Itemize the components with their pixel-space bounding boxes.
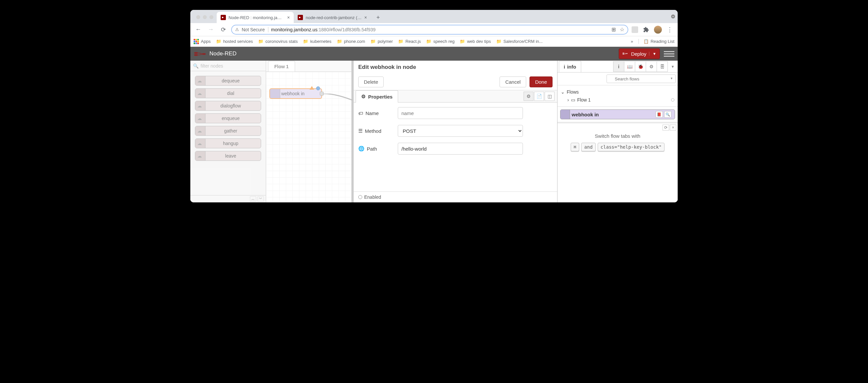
palette-node[interactable]: ☁dequeue: [195, 76, 261, 86]
canvas-node-label: webhook in: [281, 91, 305, 96]
svg-rect-1: [194, 52, 198, 54]
tab-close-icon[interactable]: ×: [287, 15, 290, 20]
flow-tab-icon: ▭: [571, 97, 575, 102]
canvas-node-webhook-in[interactable]: webhook in: [269, 88, 322, 99]
deploy-button[interactable]: Deploy ▼: [619, 49, 660, 59]
tree-flow-item[interactable]: › ▭ Flow 1: [561, 96, 674, 104]
tab-close-icon[interactable]: ×: [364, 15, 367, 20]
node-settings-icon[interactable]: ⚙: [524, 92, 533, 101]
folder-icon: 📁: [496, 39, 501, 44]
node-icon: ☁: [197, 91, 202, 96]
app-title: Node-RED: [210, 51, 237, 57]
browser-tab-active[interactable]: Node-RED : monitoring.jambon ×: [217, 12, 294, 23]
editor-tabs: ⚙ Properties ⚙ 📄 ◫: [354, 90, 557, 102]
nodered-logo: Node-RED: [194, 51, 237, 57]
node-appearance-icon[interactable]: ◫: [545, 92, 555, 101]
install-app-icon[interactable]: ⊞: [612, 26, 616, 33]
palette-node[interactable]: ☁leave: [195, 151, 261, 161]
filter-placeholder: filter nodes: [200, 63, 223, 68]
tip-keys: ⌘ and class="help-key-block": [561, 143, 674, 151]
bookmark-folder[interactable]: 📁coronovirus stats: [258, 39, 298, 44]
info-sidebar: i info i 📖 🐞 ⚙ 🗄 ▼ ⌄: [557, 61, 678, 202]
flow-canvas[interactable]: webhook in: [266, 72, 351, 202]
tree-flows-root[interactable]: ⌄ Flows: [561, 88, 674, 96]
extension-icon[interactable]: [631, 26, 638, 33]
sidebar-dropdown-icon[interactable]: ▼: [668, 65, 678, 68]
window-controls[interactable]: [194, 15, 217, 23]
globe-icon: 🌐: [358, 146, 365, 152]
bookmark-folder[interactable]: 📁kubernetes: [303, 39, 331, 44]
reading-list-button[interactable]: 📋 Reading List: [639, 39, 674, 44]
folder-icon: 📁: [370, 39, 376, 44]
bookmark-star-icon[interactable]: ☆: [620, 26, 624, 33]
path-input[interactable]: [398, 143, 523, 155]
search-flows-input[interactable]: [607, 75, 676, 83]
enabled-toggle-icon[interactable]: [358, 195, 362, 199]
delete-button[interactable]: Delete: [358, 77, 383, 87]
folder-icon: 📁: [460, 39, 465, 44]
selected-node-header: webhook in 📕 🔍: [560, 110, 675, 119]
sidebar-search-row: [557, 72, 678, 85]
forward-button[interactable]: →: [206, 25, 215, 34]
sidebar-debug-icon[interactable]: 🐞: [635, 61, 646, 72]
folder-icon: 📁: [258, 39, 264, 44]
sidebar-context-icon[interactable]: 🗄: [657, 61, 668, 72]
node-search-icon[interactable]: 🔍: [664, 111, 672, 118]
bookmark-folder[interactable]: 📁polymer: [370, 39, 393, 44]
apps-button[interactable]: Apps: [194, 39, 211, 44]
flow-status-dot: [671, 98, 674, 101]
url-host: monitoring.jambonz.us: [271, 27, 317, 32]
bookmark-folder[interactable]: 📁phone.com: [337, 39, 365, 44]
main-menu-button[interactable]: [664, 49, 674, 59]
sidebar-tabs: i info i 📖 🐞 ⚙ 🗄 ▼: [557, 61, 678, 72]
gear-icon: ⚙: [361, 94, 366, 99]
palette-filter[interactable]: 🔍 filter nodes: [190, 61, 266, 71]
palette-node[interactable]: ☁dialogflow: [195, 101, 261, 111]
back-button[interactable]: ←: [194, 25, 203, 34]
cancel-button[interactable]: Cancel: [499, 77, 526, 87]
node-description-icon[interactable]: 📄: [534, 92, 544, 101]
palette-node[interactable]: ☁dial: [195, 88, 261, 98]
method-select[interactable]: POST: [398, 125, 523, 137]
extensions-puzzle-icon[interactable]: [642, 25, 651, 34]
editor-title: Edit webhook in node: [354, 61, 557, 74]
node-help-book-icon[interactable]: 📕: [656, 111, 663, 118]
close-tip-icon[interactable]: ×: [670, 125, 676, 130]
sidebar-config-icon[interactable]: ⚙: [646, 61, 657, 72]
bookmark-folder[interactable]: 📁web dev tips: [460, 39, 491, 44]
address-bar[interactable]: ⚠ Not Secure monitoring.jambonz.us:1880/…: [231, 25, 628, 35]
tab-title: Node-RED : monitoring.jambon: [228, 15, 284, 20]
new-tab-button[interactable]: +: [373, 13, 383, 22]
browser-tab[interactable]: node-red-contrib-jambonz (no ×: [294, 12, 371, 23]
properties-tab[interactable]: ⚙ Properties: [355, 90, 398, 102]
node-changed-icon: [310, 86, 314, 90]
tabs-dropdown-icon[interactable]: [669, 12, 678, 21]
folder-icon: 📁: [398, 39, 403, 44]
info-tab[interactable]: i info: [559, 61, 581, 72]
palette-node[interactable]: ☁enqueue: [195, 113, 261, 123]
name-input[interactable]: [398, 107, 523, 119]
deploy-dropdown-icon[interactable]: ▼: [649, 52, 656, 56]
reading-list-icon: 📋: [644, 39, 649, 44]
apps-grid-icon: [194, 39, 199, 44]
flow-tabs: Flow 1: [266, 61, 351, 72]
palette-node[interactable]: ☁gather: [195, 126, 261, 136]
bookmark-folder[interactable]: 📁hosted services: [216, 39, 253, 44]
node-icon: ☁: [197, 153, 202, 158]
profile-avatar[interactable]: [654, 26, 662, 34]
palette-node[interactable]: ☁hangup: [195, 139, 261, 148]
flow-tab[interactable]: Flow 1: [268, 61, 295, 71]
collapse-down-icon[interactable]: ︾: [257, 196, 264, 202]
sidebar-help-icon[interactable]: 📖: [624, 61, 635, 72]
reload-button[interactable]: ⟳: [219, 25, 228, 34]
refresh-tip-icon[interactable]: ⟳: [662, 125, 669, 130]
bookmarks-overflow[interactable]: »: [630, 39, 633, 44]
bookmark-folder[interactable]: 📁React.js: [398, 39, 421, 44]
sidebar-info-icon[interactable]: i: [613, 61, 624, 72]
node-icon: ☁: [197, 141, 202, 146]
done-button[interactable]: Done: [529, 77, 553, 87]
collapse-up-icon[interactable]: ︽: [250, 196, 256, 202]
bookmark-folder[interactable]: 📁speech reg: [426, 39, 455, 44]
browser-menu-icon[interactable]: ⋮: [665, 25, 674, 34]
bookmark-folder[interactable]: 📁Salesforce/CRM in...: [496, 39, 542, 44]
